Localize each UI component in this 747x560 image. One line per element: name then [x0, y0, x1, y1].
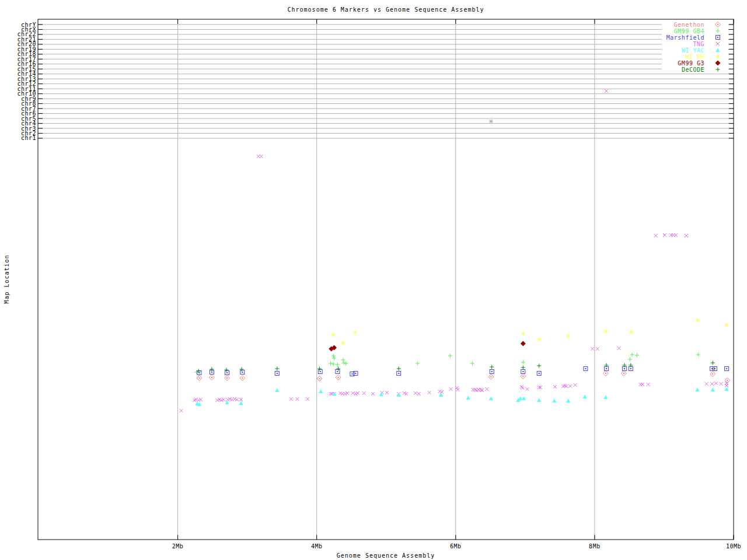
point-gm99-gb4 [448, 354, 452, 358]
point-gm99-gb4 [329, 362, 333, 366]
point-wi-rh [331, 333, 336, 337]
point-genethon [336, 375, 341, 380]
point-tng [720, 382, 723, 386]
point-wi-yac [275, 388, 279, 393]
point-wi-yac [566, 399, 570, 403]
point-wi-yac [489, 397, 493, 401]
point-gm99-g3 [521, 341, 526, 346]
point-decode [490, 365, 494, 369]
point-wi-yac [537, 398, 541, 402]
point-tng [520, 385, 523, 388]
point-wi-rh [341, 341, 345, 345]
point-marshfield [537, 372, 541, 376]
point-tng [521, 386, 524, 390]
legend-item-gm99-g3: GM99 G3 [678, 60, 704, 66]
point-marshfield [521, 370, 525, 374]
x-tick-label-4Mb: 4Mb [296, 543, 338, 550]
point-tng [371, 392, 375, 396]
point-marshfield [240, 370, 245, 374]
point-wi-yac [319, 390, 323, 394]
point-wi-yac [711, 388, 715, 392]
point-wi-yac [397, 393, 401, 397]
point-wi-rh [630, 330, 634, 334]
point-marshfield [605, 367, 609, 371]
point-genethon [197, 376, 202, 381]
point-tng [568, 384, 572, 388]
legend-item-gm99-gb4: GM99 GB4 [674, 28, 704, 34]
point-tng [617, 346, 621, 350]
point-wi-rh [566, 334, 570, 338]
point-tng [553, 385, 557, 388]
point-tng [725, 384, 728, 387]
chart-canvas: Chromosome 6 Markers vs Genome Sequence … [0, 0, 747, 560]
legend-item-genethon: Genethon [674, 22, 704, 28]
point-wi-yac [603, 396, 608, 400]
point-marshfield [318, 370, 322, 374]
point-wi-yac [725, 387, 729, 391]
point-tng [574, 383, 577, 387]
point-tng [362, 391, 366, 395]
point-marshfield [275, 372, 279, 376]
point-tng [605, 89, 608, 93]
point-decode [521, 366, 525, 370]
legend-item-wi-rh: WI RH [685, 54, 704, 60]
point-tng [295, 397, 299, 401]
point-tng [480, 388, 484, 392]
point-tng [428, 391, 431, 394]
point-marshfield [725, 367, 729, 371]
point-gm99-gb4 [336, 363, 340, 367]
x-tick-label-8Mb: 8Mb [574, 543, 616, 550]
point-tng [414, 391, 417, 395]
point-decode [397, 367, 401, 371]
legend-item-wi-yac: WI YAC [682, 47, 704, 54]
point-tng [239, 398, 243, 401]
point-wi-rh [696, 318, 700, 323]
point-wi-yac [379, 393, 383, 397]
legend-marker-wi-rh [716, 55, 720, 59]
point-gm99-gb4 [416, 362, 420, 366]
point-wi-rh [521, 332, 525, 336]
point-wi-yac [439, 393, 443, 397]
point-tng [417, 392, 421, 396]
point-marshfield [336, 370, 340, 374]
point-gm99-gb4 [342, 361, 346, 365]
point-wi-rh [353, 331, 357, 335]
point-gm99-gb4 [628, 358, 632, 362]
point-wi-yac [466, 396, 470, 400]
point-wi-yac [239, 401, 243, 405]
point-decode [711, 361, 715, 365]
point-tng [289, 397, 293, 401]
x-tick-label-10Mb: 10Mb [713, 543, 747, 550]
point-marshfield [629, 367, 633, 371]
legend-item-decode: DeCODE [682, 66, 704, 73]
point-marshfield [225, 371, 229, 375]
point-tng [641, 383, 644, 386]
x-tick-label-6Mb: 6Mb [435, 543, 477, 550]
point-wi-yac [583, 395, 587, 399]
point-tng [663, 233, 666, 237]
point-tng [260, 155, 263, 158]
point-marshfield [397, 372, 401, 376]
point-wi-rh [725, 323, 729, 327]
point-gm99-gb4 [341, 358, 345, 362]
point-decode [537, 364, 541, 368]
point-wi-yac [225, 401, 229, 405]
point-genethon [225, 376, 230, 381]
point-tng [710, 382, 714, 386]
plot-border [38, 19, 734, 540]
point-marshfield [490, 370, 494, 374]
point-tng [385, 391, 389, 394]
y-tick-label-chr1: chr1 [0, 135, 36, 141]
x-tick-label-2Mb: 2Mb [157, 543, 199, 550]
point-wi-rh [603, 330, 608, 334]
point-marshfield [197, 371, 201, 375]
point-tng [714, 382, 718, 385]
point-gm99-gb4 [630, 353, 634, 357]
point-genethon [710, 372, 715, 377]
point-tng [596, 347, 599, 351]
point-gm99-gb4 [331, 362, 336, 366]
point-tng [705, 382, 708, 386]
point-gm99-gb4 [696, 353, 700, 357]
point-tng [674, 233, 678, 237]
point-marshfield [713, 367, 717, 371]
